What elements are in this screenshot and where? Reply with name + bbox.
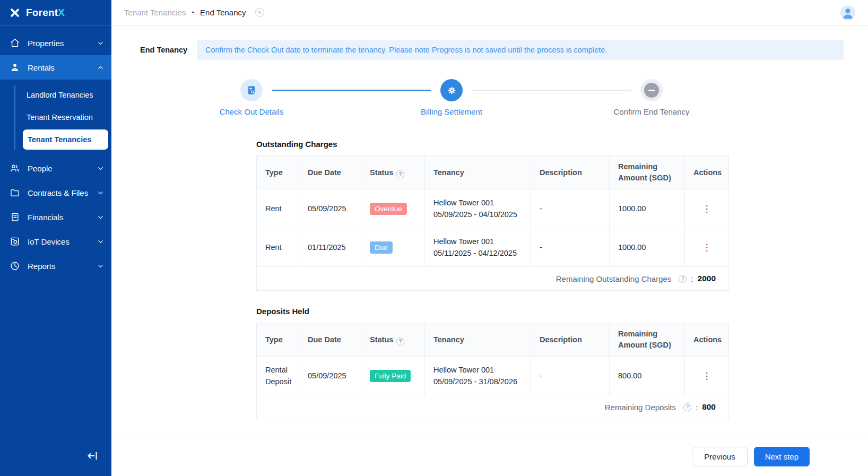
tenancy-period: 05/11/2025 - 04/12/2025: [433, 247, 522, 259]
sidebar-nav: Properties Rentals Landlord Tenancies Te…: [0, 31, 111, 278]
summary: Remaining Outstanding Charges ? : 2000: [270, 274, 716, 283]
cell-type: Rent: [257, 189, 299, 228]
sidebar-item-financials[interactable]: Financials: [0, 205, 111, 229]
cell-actions: ⋮: [685, 228, 729, 267]
table-header-row: Type Due Date Status? Tenancy Descriptio…: [257, 156, 729, 189]
topbar: Tenant Tenancies • End Tenancy ×: [111, 0, 868, 25]
step-label: Check Out Details: [220, 107, 284, 116]
help-icon[interactable]: ?: [396, 170, 404, 178]
cell-amount: 1000.00: [610, 189, 685, 228]
main-area: Tenant Tenancies • End Tenancy × End Ten…: [111, 0, 868, 476]
sidebar-item-label: Contracts & Files: [28, 188, 89, 197]
cell-type: Rent: [257, 228, 299, 267]
row-actions-button[interactable]: ⋮: [699, 241, 715, 254]
person-icon: [10, 62, 20, 73]
table-row: Rental Deposit 05/09/2025 Fully Paid Hel…: [257, 357, 729, 395]
column-header-actions: Actions: [685, 156, 729, 189]
step-confirm-end-tenancy: Confirm End Tenancy: [591, 79, 713, 116]
previous-button[interactable]: Previous: [692, 447, 747, 466]
deposits-held-section: Deposits Held Type Due Date Status? Tena…: [256, 307, 728, 419]
document-search-icon: [246, 84, 257, 96]
people-icon: [10, 163, 20, 174]
clock-icon: [10, 261, 20, 271]
cell-tenancy: Hellow Tower 001 05/11/2025 - 04/12/2025: [425, 228, 531, 267]
section-title: Outstanding Charges: [256, 140, 728, 149]
summary-value: 800: [702, 402, 716, 412]
column-header-due-date: Due Date: [299, 323, 361, 357]
step-label: Confirm End Tenancy: [613, 107, 689, 116]
breadcrumb-current: End Tenancy: [200, 8, 246, 17]
help-icon[interactable]: ?: [396, 337, 404, 345]
rentals-submenu: Landlord Tenancies Tenant Reservation Te…: [0, 80, 111, 156]
next-step-button[interactable]: Next step: [754, 447, 810, 466]
sidebar-item-landlord-tenancies[interactable]: Landlord Tenancies: [0, 84, 111, 106]
sidebar-item-tenant-reservation[interactable]: Tenant Reservation: [0, 106, 111, 128]
tenancy-name: Hellow Tower 001: [433, 197, 522, 209]
column-header-actions: Actions: [685, 323, 729, 357]
help-icon[interactable]: ?: [683, 403, 691, 411]
breadcrumb: Tenant Tenancies • End Tenancy ×: [124, 8, 264, 17]
stepper: Check Out Details: [111, 79, 868, 128]
sidebar-item-contracts-files[interactable]: Contracts & Files: [0, 180, 111, 205]
chevron-down-icon: [97, 262, 105, 270]
deposits-held-table: Type Due Date Status? Tenancy Descriptio…: [256, 323, 729, 419]
sidebar-item-rentals[interactable]: Rentals: [0, 55, 111, 80]
cell-description: -: [531, 228, 610, 267]
cell-amount: 1000.00: [610, 228, 685, 267]
tenancy-name: Hellow Tower 001: [433, 236, 522, 247]
sidebar-footer: [0, 437, 111, 476]
cell-actions: ⋮: [685, 189, 729, 228]
tenancy-period: 05/09/2025 - 31/08/2026: [433, 376, 522, 387]
column-header-remaining-amount: Remaining Amount (SGD): [610, 323, 685, 357]
column-header-type: Type: [257, 323, 299, 357]
cell-status: Due: [361, 228, 425, 267]
sidebar: ForentX Properties Rentals Landlord Tena…: [0, 0, 111, 476]
device-icon: [10, 236, 20, 247]
column-header-due-date: Due Date: [299, 156, 361, 189]
cell-due-date: 05/09/2025: [299, 357, 361, 395]
chevron-down-icon: [97, 39, 105, 47]
summary-label: Remaining Outstanding Charges: [556, 274, 672, 283]
info-banner: Confirm the Check Out date to terminate …: [197, 40, 844, 60]
summary-colon: :: [696, 403, 698, 412]
column-header-description: Description: [531, 323, 610, 357]
home-icon: [10, 38, 20, 48]
cell-status: Fully Paid: [361, 357, 425, 395]
sidebar-collapse-button[interactable]: [86, 449, 99, 464]
chevron-up-icon: [97, 64, 105, 72]
cell-tenancy: Hellow Tower 001 05/09/2025 - 04/10/2025: [425, 189, 531, 228]
sidebar-item-tenant-tenancies[interactable]: Tenant Tenancies: [23, 129, 108, 150]
summary-colon: :: [691, 274, 693, 283]
status-badge: Fully Paid: [370, 370, 411, 382]
wizard-footer: Previous Next step: [111, 437, 868, 476]
breadcrumb-parent[interactable]: Tenant Tenancies: [124, 8, 186, 17]
section-title: Deposits Held: [256, 307, 728, 316]
status-badge: Overdue: [370, 203, 407, 215]
row-actions-button[interactable]: ⋮: [699, 202, 715, 215]
info-banner-text: Confirm the Check Out date to terminate …: [205, 46, 607, 54]
step-check-out-details[interactable]: Check Out Details: [190, 79, 313, 116]
avatar[interactable]: [840, 5, 855, 20]
chevron-down-icon: [97, 238, 105, 246]
sidebar-subitem-label: Landlord Tenancies: [27, 91, 93, 99]
summary-value: 2000: [698, 274, 716, 283]
sidebar-item-people[interactable]: People: [0, 156, 111, 180]
cell-tenancy: Hellow Tower 001 05/09/2025 - 31/08/2026: [425, 357, 531, 395]
minus-circle-icon: [644, 83, 659, 98]
help-icon[interactable]: ?: [679, 275, 687, 283]
sidebar-item-reports[interactable]: Reports: [0, 254, 111, 278]
step-billing-settlement[interactable]: Billing Settlement: [390, 79, 513, 116]
sidebar-item-properties[interactable]: Properties: [0, 31, 111, 55]
row-actions-button[interactable]: ⋮: [699, 369, 715, 383]
sidebar-item-label: People: [28, 164, 89, 173]
invoice-icon: [10, 212, 20, 222]
column-header-status: Status?: [361, 156, 425, 189]
sidebar-item-label: Rentals: [28, 63, 89, 72]
close-icon[interactable]: ×: [255, 8, 264, 17]
table-header-row: Type Due Date Status? Tenancy Descriptio…: [257, 323, 729, 357]
tenancy-period: 05/09/2025 - 04/10/2025: [433, 209, 522, 220]
cell-amount: 800.00: [610, 357, 685, 395]
table-summary-row: Remaining Outstanding Charges ? : 2000: [257, 267, 729, 291]
sidebar-item-iot-devices[interactable]: IoT Devices: [0, 229, 111, 254]
chevron-down-icon: [97, 189, 105, 197]
